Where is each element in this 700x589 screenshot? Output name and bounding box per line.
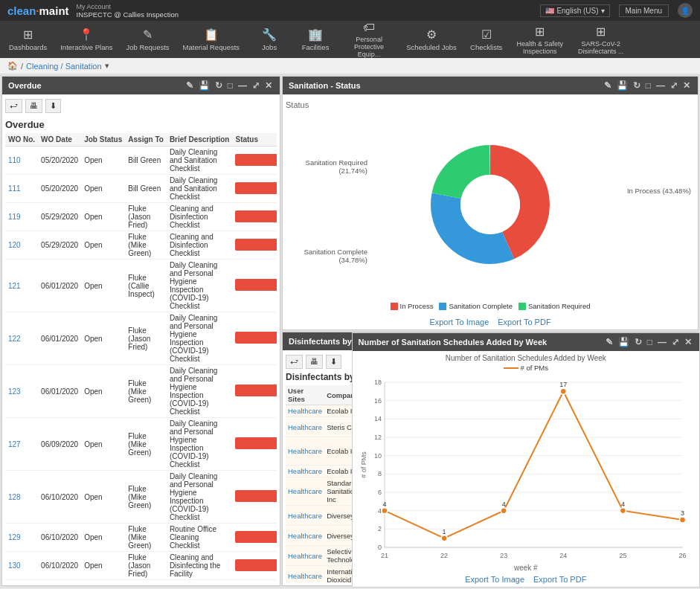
square-icon[interactable]: □ [644, 80, 652, 91]
table-row: 119 05/29/2020 Open Fluke (Jason Fried) … [5, 203, 277, 231]
user-site[interactable]: Healthcare [286, 566, 324, 583]
dash-icon[interactable]: — [656, 337, 668, 347]
nav-checklists[interactable]: ☑ Checklists [464, 23, 509, 56]
home-icon[interactable]: 🏠 [7, 61, 18, 71]
dis-back-btn[interactable]: ⮐ [286, 355, 303, 369]
refresh-icon[interactable]: ↻ [632, 80, 642, 91]
overdue-back-btn[interactable]: ⮐ [5, 99, 22, 113]
user-icon-button[interactable]: 👤 [678, 3, 693, 18]
wo-number[interactable]: 119 [5, 203, 38, 231]
nav-dashboards[interactable]: ⊞ Dashboards [3, 23, 53, 56]
schedules-header: Number of Sanitation Schedules Added by … [353, 333, 700, 351]
close-icon[interactable]: ✕ [263, 80, 274, 91]
overdue-print-btn[interactable]: 🖶 [25, 99, 42, 113]
nav-jobs[interactable]: 🔧 Jobs [247, 23, 292, 56]
svg-text:17: 17 [559, 381, 567, 388]
sars-icon: ⊞ [596, 25, 606, 39]
wo-number[interactable]: 121 [5, 260, 38, 312]
sched-legend-line [504, 367, 518, 369]
expand-icon[interactable]: ⤢ [670, 337, 681, 347]
save-icon[interactable]: 💾 [615, 80, 629, 91]
expand-icon[interactable]: ⤢ [251, 80, 261, 91]
chart-legend: In Process Sanitation Complete Sanitatio… [286, 302, 695, 310]
user-site[interactable]: Healthcare [286, 405, 324, 417]
assign-to: Fluke (Jason Fried) [125, 552, 167, 580]
status-cell [232, 471, 277, 524]
wo-number[interactable]: 127 [5, 418, 38, 471]
wo-date: 05/20/2020 [38, 175, 81, 203]
user-site[interactable]: Healthcare [286, 526, 324, 546]
close-icon[interactable]: ✕ [683, 337, 693, 347]
job-status: Open [81, 365, 125, 418]
save-icon[interactable]: 💾 [197, 80, 211, 91]
nav-scheduled-jobs[interactable]: ⚙ Scheduled Jobs [400, 23, 463, 56]
nav-job-requests[interactable]: ✎ Job Requests [120, 23, 175, 56]
nav-interactive-plans[interactable]: 📍 Interactive Plans [54, 23, 118, 56]
user-site[interactable]: Healthcare [286, 417, 324, 437]
user-site[interactable]: Healthcare [286, 466, 324, 477]
health-safety-icon: ⊞ [535, 25, 545, 39]
user-site[interactable]: Healthcare [286, 477, 324, 506]
square-icon[interactable]: □ [646, 337, 654, 347]
expand-icon[interactable]: ⤢ [669, 80, 679, 91]
job-status: Open [81, 418, 125, 471]
table-row: 123 06/01/2020 Open Fluke (Mike Green) D… [5, 365, 277, 418]
overdue-table-scroll[interactable]: WO No. WO Date Job Status Assign To Brie… [5, 133, 277, 582]
wo-number[interactable]: 122 [5, 312, 38, 365]
edit-icon[interactable]: ✎ [184, 80, 195, 91]
overdue-download-btn[interactable]: ⬇ [45, 99, 61, 113]
refresh-icon[interactable]: ↻ [633, 337, 643, 347]
edit-icon[interactable]: ✎ [604, 337, 614, 347]
save-icon[interactable]: 💾 [617, 337, 631, 347]
wo-date: 06/10/2020 [38, 580, 81, 583]
status-cell [232, 260, 277, 312]
main-menu-button[interactable]: Main Menu [619, 4, 669, 17]
svg-text:24: 24 [559, 552, 567, 559]
user-site[interactable]: Healthcare [286, 437, 324, 466]
dis-download-btn[interactable]: ⬇ [326, 355, 341, 369]
sched-export-pdf[interactable]: Export To PDF [533, 575, 586, 584]
dash-icon[interactable]: — [237, 80, 248, 91]
x-axis-label: week # [359, 564, 694, 572]
col-brief-desc: Brief Description [167, 133, 233, 147]
brief-desc: Daily Cleaning and Personal Hygiene Insp… [167, 260, 233, 312]
export-pdf-link[interactable]: Export To PDF [498, 318, 550, 326]
square-icon[interactable]: □ [226, 80, 234, 91]
status-badge [235, 154, 277, 166]
wo-number[interactable]: 110 [5, 147, 38, 175]
job-status: Open [81, 524, 125, 552]
user-site[interactable]: Healthcare [286, 506, 324, 526]
dis-print-btn[interactable]: 🖶 [306, 355, 323, 369]
schedules-chart-widget: Number of Sanitation Schedules Added by … [352, 332, 701, 588]
dash-icon[interactable]: — [655, 80, 667, 91]
wo-number[interactable]: 111 [5, 175, 38, 203]
user-site[interactable]: Healthcare [286, 546, 324, 566]
nav-facilities[interactable]: 🏢 Facilities [293, 23, 338, 56]
material-requests-icon: 📋 [204, 28, 219, 42]
col-wo-date: WO Date [38, 133, 81, 147]
nav-health-safety[interactable]: ⊞ Health & Safety Inspections [510, 23, 570, 56]
export-links: Export To Image Export To PDF [286, 318, 695, 326]
wo-number[interactable]: 130 [5, 552, 38, 580]
wo-number[interactable]: 123 [5, 365, 38, 418]
breadcrumb-link[interactable]: Cleaning / Sanitation [26, 62, 102, 71]
assign-to: Bill Green [125, 175, 167, 203]
wo-number[interactable]: 120 [5, 231, 38, 260]
language-button[interactable]: 🇺🇸 English (US) ▾ [540, 4, 609, 17]
refresh-icon[interactable]: ↻ [213, 80, 224, 91]
wo-number[interactable]: 129 [5, 524, 38, 552]
svg-text:4: 4 [377, 507, 381, 515]
nav-material-requests[interactable]: 📋 Material Requests [177, 23, 246, 56]
sanitation-header-icons: ✎ 💾 ↻ □ — ⤢ ✕ [603, 80, 692, 91]
flag-icon: 🇺🇸 [545, 7, 554, 15]
wo-number[interactable]: 128 [5, 471, 38, 524]
nav-sars[interactable]: ⊞ SARS-CoV-2 Disinfectants ... [571, 23, 631, 56]
wo-number[interactable]: 132 [5, 580, 38, 583]
sched-export-image[interactable]: Export To Image [465, 575, 524, 584]
export-image-link[interactable]: Export To Image [429, 318, 489, 326]
close-icon[interactable]: ✕ [681, 80, 692, 91]
edit-icon[interactable]: ✎ [603, 80, 613, 91]
nav-ppe[interactable]: 🏷 Personal Protective Equip... [339, 23, 399, 56]
status-cell [232, 175, 277, 203]
table-row: 130 06/10/2020 Open Fluke (Jason Fried) … [5, 552, 277, 580]
